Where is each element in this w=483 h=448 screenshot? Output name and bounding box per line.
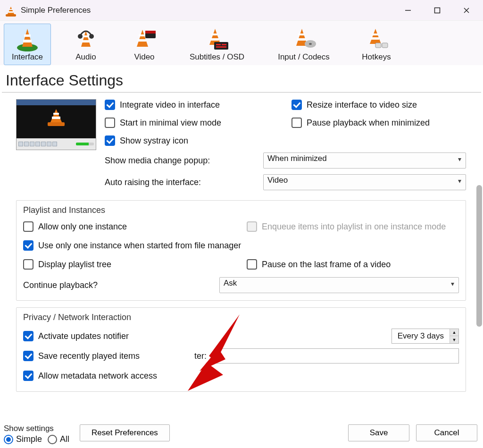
svg-rect-24 <box>216 46 226 48</box>
category-tabs: Interface Audio Video <box>0 21 483 65</box>
tab-label: Video <box>134 52 154 62</box>
svg-rect-17 <box>145 31 156 34</box>
svg-marker-30 <box>370 29 381 44</box>
continue-playback-label: Continue playback? <box>23 280 212 290</box>
chk-label: Pause playback when minimized <box>307 118 430 128</box>
chk-pause-last-frame[interactable]: Pause on the last frame of a video <box>247 257 459 272</box>
svg-rect-9 <box>83 35 89 37</box>
svg-rect-15 <box>138 39 146 42</box>
svg-marker-5 <box>22 29 33 47</box>
show-settings-group: Show settings Simple All <box>2 424 69 444</box>
radio-label: Simple <box>16 434 42 444</box>
cone-disc-icon <box>291 26 317 52</box>
footer-bar: Show settings Simple All Reset Preferenc… <box>0 412 483 446</box>
settings-scroll-area: Integrate video in interface Resize inte… <box>0 93 473 387</box>
tab-interface[interactable]: Interface <box>4 24 51 65</box>
cone-on-grass-icon <box>14 26 41 52</box>
svg-rect-1 <box>435 8 440 13</box>
cone-keys-icon <box>363 26 390 52</box>
chk-label: Save recently played items <box>38 351 140 361</box>
svg-rect-27 <box>297 38 306 41</box>
chk-show-systray[interactable]: Show systray icon <box>105 133 466 148</box>
chk-save-recent[interactable]: Save recently played items <box>23 348 140 363</box>
cone-headphones-icon <box>73 26 99 52</box>
tab-hotkeys[interactable]: Hotkeys <box>353 24 400 65</box>
chk-label: Allow metadata network access <box>38 371 157 381</box>
chk-start-minimal[interactable]: Start in minimal view mode <box>105 115 279 130</box>
tab-label: Hotkeys <box>362 52 391 62</box>
radio-label: All <box>60 434 69 444</box>
svg-rect-34 <box>382 43 388 48</box>
svg-rect-19 <box>211 34 218 35</box>
vlc-cone-icon <box>6 5 16 16</box>
svg-rect-20 <box>210 38 219 41</box>
window-controls <box>393 0 481 21</box>
cone-clapper-icon <box>131 26 158 52</box>
chk-label: Pause on the last frame of a video <box>262 260 391 270</box>
chk-pause-minimized[interactable]: Pause playback when minimized <box>291 115 466 130</box>
window-title: Simple Preferences <box>21 6 91 15</box>
auto-raise-select[interactable]: Video <box>263 174 466 190</box>
tab-label: Interface <box>12 52 43 62</box>
chk-label: Resize interface to video size <box>307 100 417 110</box>
svg-rect-10 <box>82 40 90 42</box>
chk-one-instance[interactable]: Allow only one instance <box>23 219 235 234</box>
tab-label: Audio <box>75 52 96 62</box>
svg-point-29 <box>309 43 312 45</box>
continue-playback-select[interactable]: Ask <box>219 277 459 293</box>
reset-preferences-button[interactable]: Reset Preferences <box>80 424 170 441</box>
radio-all[interactable]: All <box>48 434 69 444</box>
cancel-button[interactable]: Cancel <box>416 424 477 441</box>
update-interval-spinner[interactable]: Every 3 days ▲▼ <box>391 329 459 344</box>
svg-point-11 <box>78 34 83 39</box>
chk-display-playlist-tree[interactable]: Display playlist tree <box>23 257 235 272</box>
recent-filter-input[interactable] <box>215 348 459 363</box>
chk-label: Allow only one instance <box>38 222 127 232</box>
media-popup-label: Show media change popup: <box>105 156 256 166</box>
chk-one-instance-fm[interactable]: Use only one instance when started from … <box>23 238 459 253</box>
group-privacy-network: Privacy / Network Interaction Activate u… <box>16 307 466 392</box>
chk-updates-notifier[interactable]: Activate updates notifier <box>23 329 129 344</box>
filter-label-partial: ter: <box>194 351 207 361</box>
chk-label: Show systray icon <box>120 136 188 146</box>
spinner-value: Every 3 days <box>392 329 450 343</box>
tab-label: Input / Codecs <box>278 52 330 62</box>
chk-integrate-video[interactable]: Integrate video in interface <box>105 97 279 112</box>
show-settings-label: Show settings <box>4 424 69 433</box>
svg-rect-21 <box>214 42 228 50</box>
svg-rect-33 <box>375 43 381 48</box>
svg-rect-22 <box>216 44 221 45</box>
media-popup-select[interactable]: When minimized <box>263 152 466 169</box>
svg-rect-6 <box>24 34 31 37</box>
chk-resize-interface[interactable]: Resize interface to video size <box>291 97 466 112</box>
chk-label: Activate updates notifier <box>38 331 129 341</box>
titlebar: Simple Preferences <box>0 0 483 21</box>
chk-label: Display playlist tree <box>38 260 111 270</box>
svg-rect-14 <box>139 34 145 36</box>
scrollbar-thumb[interactable] <box>476 185 482 327</box>
spinner-up-icon[interactable]: ▲ <box>450 329 458 336</box>
spinner-down-icon[interactable]: ▼ <box>450 336 458 343</box>
radio-simple[interactable]: Simple <box>4 434 42 444</box>
group-legend: Privacy / Network Interaction <box>23 313 459 322</box>
group-playlist-instances: Playlist and Instances Allow only one in… <box>16 200 466 301</box>
svg-rect-7 <box>23 40 32 42</box>
group-legend: Playlist and Instances <box>23 205 459 215</box>
save-button[interactable]: Save <box>348 424 409 441</box>
chk-label: Use only one instance when started from … <box>38 241 241 251</box>
svg-rect-31 <box>372 34 378 35</box>
tab-input-codecs[interactable]: Input / Codecs <box>266 24 341 65</box>
maximize-button[interactable] <box>423 0 452 21</box>
tab-audio[interactable]: Audio <box>62 24 109 65</box>
svg-rect-23 <box>222 44 226 45</box>
chk-metadata-network[interactable]: Allow metadata network access <box>23 368 157 383</box>
chk-label: Enqueue items into playlist in one insta… <box>262 222 446 232</box>
close-button[interactable] <box>452 0 481 21</box>
auto-raise-label: Auto raising the interface: <box>105 178 256 187</box>
minimize-button[interactable] <box>393 0 423 21</box>
scrollbar[interactable] <box>475 93 483 387</box>
tab-video[interactable]: Video <box>121 24 168 65</box>
chk-label: Integrate video in interface <box>120 100 220 110</box>
tab-subtitles[interactable]: Subtitles / OSD <box>179 24 255 65</box>
cone-subtitle-icon <box>204 26 230 52</box>
